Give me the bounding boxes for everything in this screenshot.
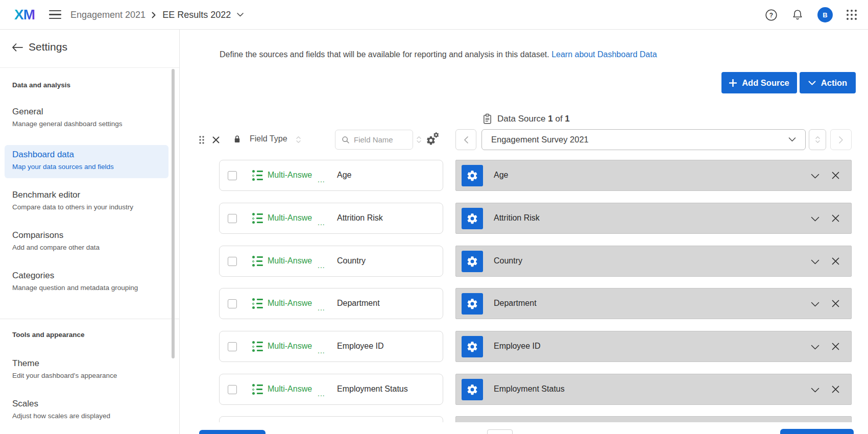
field-name-value[interactable]: Employee ID	[337, 342, 384, 351]
page-number-box[interactable]	[487, 429, 513, 434]
remove-field-icon[interactable]	[831, 214, 840, 223]
sidebar-item-general[interactable]: General Manage general dashboard setting…	[12, 106, 160, 129]
mapped-field-row-country: Country	[455, 246, 852, 277]
close-icon[interactable]	[212, 136, 220, 144]
field-type-value[interactable]: Multi-Answe	[268, 213, 312, 223]
multi-answer-icon	[252, 384, 263, 395]
next-page-button[interactable]	[780, 429, 854, 434]
drag-handle-icon[interactable]	[199, 135, 205, 144]
field-type-value[interactable]: Multi-Answe	[268, 171, 312, 180]
truncation-ellipsis: ...	[318, 347, 325, 355]
field-name-sort-icon[interactable]	[416, 135, 422, 144]
mapped-field-row-attrition-risk: Attrition Risk	[455, 203, 852, 234]
field-settings-button[interactable]	[462, 336, 483, 357]
field-settings-button[interactable]	[462, 379, 483, 400]
remove-field-icon[interactable]	[831, 385, 840, 394]
expand-chevron-icon[interactable]	[811, 259, 819, 264]
sidebar-item-scales[interactable]: Scales Adjust how scales are displayed	[12, 398, 160, 421]
mapped-field-row-department: Department	[455, 288, 852, 319]
notifications-bell-icon[interactable]	[791, 9, 804, 21]
source-select-value: Engagement Survey 2021	[491, 135, 788, 144]
truncation-ellipsis: ...	[318, 390, 325, 398]
remove-field-icon[interactable]	[831, 257, 840, 266]
action-button[interactable]: Action	[800, 72, 856, 93]
page-description: Define the sources and fields that will …	[220, 50, 657, 59]
mapped-field-name: Department	[494, 299, 537, 308]
data-source-label: Data Source 1 of 1	[497, 114, 570, 124]
field-name-value[interactable]: Department	[337, 299, 380, 308]
truncation-ellipsis: ...	[318, 176, 325, 184]
gear-icon	[466, 212, 478, 225]
truncation-ellipsis: ...	[318, 219, 325, 227]
field-row-age: Multi-Answe ... Age	[219, 160, 443, 191]
breadcrumb-dropdown-icon[interactable]	[237, 13, 244, 17]
sidebar-item-dashboard-data[interactable]: Dashboard data Map your data sources and…	[12, 149, 160, 172]
field-row-attrition-risk: Multi-Answe ... Attrition Risk	[219, 203, 443, 234]
field-type-value[interactable]: Multi-Answe	[268, 384, 312, 394]
previous-page-button[interactable]	[199, 430, 266, 434]
field-name-search-input[interactable]	[354, 135, 405, 144]
add-source-button[interactable]: Add Source	[721, 72, 797, 93]
breadcrumb-separator-icon	[152, 12, 156, 18]
expand-chevron-icon[interactable]	[811, 345, 819, 350]
mapped-field-name: Country	[494, 256, 522, 266]
field-settings-button[interactable]	[462, 165, 483, 186]
sidebar-item-benchmark-editor[interactable]: Benchmark editor Compare data to others …	[12, 189, 160, 212]
row-checkbox[interactable]	[228, 214, 237, 223]
field-settings-button[interactable]	[462, 251, 483, 272]
row-checkbox[interactable]	[228, 385, 237, 394]
remove-field-icon[interactable]	[831, 171, 840, 180]
field-row-country: Multi-Answe ... Country	[219, 246, 443, 277]
row-checkbox[interactable]	[228, 342, 237, 351]
sidebar-item-comparisons[interactable]: Comparisons Add and compare other data	[12, 230, 160, 252]
field-settings-button[interactable]	[462, 293, 483, 315]
user-avatar[interactable]: B	[817, 7, 833, 22]
gear-icon	[466, 341, 478, 353]
multi-answer-icon	[252, 341, 263, 352]
expand-chevron-icon[interactable]	[811, 174, 819, 179]
expand-chevron-icon[interactable]	[811, 302, 819, 307]
field-name-value[interactable]: Attrition Risk	[337, 213, 383, 223]
previous-source-button[interactable]	[455, 129, 476, 150]
help-icon[interactable]: ?	[765, 9, 778, 21]
source-select[interactable]: Engagement Survey 2021	[481, 129, 806, 150]
hamburger-menu-icon[interactable]	[49, 10, 61, 19]
field-name-value[interactable]: Employment Status	[337, 384, 408, 394]
field-type-value[interactable]: Multi-Answe	[268, 299, 312, 308]
truncation-ellipsis: ...	[318, 261, 325, 270]
row-checkbox[interactable]	[228, 171, 237, 180]
app-switcher-icon[interactable]	[847, 10, 857, 20]
field-name-value[interactable]: Country	[337, 256, 366, 266]
sidebar-scrollbar[interactable]	[172, 69, 175, 358]
field-row-employment-status: Multi-Answe ... Employment Status	[219, 374, 443, 405]
field-type-value[interactable]: Multi-Answe	[268, 256, 312, 266]
clipboard-icon	[483, 113, 492, 125]
field-type-sort-icon[interactable]	[296, 135, 301, 144]
gear-icon	[466, 383, 478, 396]
gear-icon	[466, 298, 478, 310]
row-checkbox[interactable]	[228, 299, 237, 308]
field-settings-button[interactable]	[462, 208, 483, 229]
breadcrumb-parent-link[interactable]: Engagement 2021	[70, 10, 146, 20]
sidebar-item-categories[interactable]: Categories Manage question and metadata …	[12, 270, 160, 293]
back-arrow-icon[interactable]	[11, 43, 23, 53]
next-source-button[interactable]	[830, 129, 852, 150]
remove-field-icon[interactable]	[831, 342, 840, 351]
row-checkbox[interactable]	[228, 257, 237, 266]
sidebar-item-theme[interactable]: Theme Edit your dashboard's appearance	[12, 358, 160, 380]
data-source-header: Data Source 1 of 1	[483, 113, 570, 125]
search-icon	[342, 136, 350, 144]
chevron-down-icon	[808, 81, 816, 85]
field-name-value[interactable]: Age	[337, 171, 351, 180]
remove-field-icon[interactable]	[831, 299, 840, 308]
xm-logo[interactable]: XM	[14, 7, 35, 23]
multi-answer-icon	[252, 170, 263, 181]
field-type-value[interactable]: Multi-Answe	[268, 342, 312, 351]
breadcrumb-current[interactable]: EE Results 2022	[162, 10, 231, 20]
reorder-source-button[interactable]	[809, 129, 826, 150]
field-settings-gears-icon[interactable]	[425, 132, 441, 147]
expand-chevron-icon[interactable]	[811, 388, 819, 393]
topbar-actions: ? B	[765, 0, 857, 30]
expand-chevron-icon[interactable]	[811, 216, 819, 222]
learn-about-dashboard-data-link[interactable]: Learn about Dashboard Data	[551, 50, 657, 59]
